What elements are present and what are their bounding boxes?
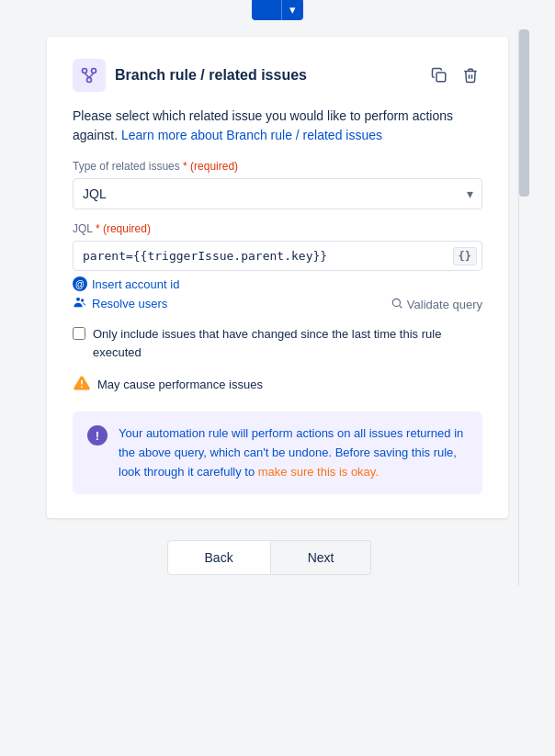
warning-text: May cause performance issues	[97, 378, 263, 391]
top-primary-button[interactable]	[252, 0, 281, 20]
delete-icon	[462, 67, 479, 84]
info-text: Your automation rule will perform action…	[119, 424, 468, 481]
svg-point-7	[81, 299, 84, 301]
checkbox-label[interactable]: Only include issues that have changed si…	[93, 325, 482, 361]
svg-point-2	[87, 78, 92, 83]
footer: Back Next	[39, 525, 500, 586]
copy-button[interactable]	[427, 63, 451, 87]
warning-icon	[73, 374, 91, 395]
delete-button[interactable]	[459, 63, 482, 87]
checkbox-row: Only include issues that have changed si…	[73, 325, 482, 361]
jql-wrapper: {}	[73, 241, 482, 271]
card-actions	[427, 63, 482, 87]
next-button[interactable]: Next	[271, 540, 372, 575]
search-icon	[391, 297, 403, 312]
type-select[interactable]: JQL Sub-tasks Linked issues Epic childre…	[73, 178, 482, 209]
card-header: Branch rule / related issues	[73, 59, 482, 92]
type-label: Type of related issues * (required)	[73, 160, 482, 173]
description: Please select which related issue you wo…	[73, 107, 482, 145]
top-dropdown-button[interactable]: ▾	[281, 0, 303, 20]
braces-button[interactable]: {}	[453, 247, 477, 265]
svg-point-8	[392, 299, 400, 306]
svg-rect-5	[436, 73, 446, 82]
include-changed-checkbox[interactable]	[73, 327, 85, 340]
type-select-wrapper: JQL Sub-tasks Linked issues Epic childre…	[73, 178, 482, 209]
validate-query-button[interactable]: Validate query	[391, 297, 482, 312]
insert-account-id-link[interactable]: @ Insert account id	[73, 276, 179, 291]
warning-row: May cause performance issues	[73, 374, 482, 395]
jql-input[interactable]	[73, 241, 482, 271]
jql-label: JQL * (required)	[73, 222, 482, 235]
svg-line-9	[400, 306, 402, 309]
back-button[interactable]: Back	[167, 540, 271, 575]
action-links: @ Insert account id	[73, 276, 482, 312]
card-title: Branch rule / related issues	[115, 67, 307, 84]
info-box: ! Your automation rule will perform acti…	[73, 412, 482, 494]
account-icon: @	[73, 276, 87, 291]
svg-point-6	[76, 298, 80, 301]
resolve-users-link[interactable]: Resolve users	[73, 295, 179, 312]
svg-line-3	[85, 73, 89, 78]
learn-more-link[interactable]: Learn more about Branch rule / related i…	[121, 128, 382, 142]
branch-rule-icon	[73, 59, 106, 92]
svg-line-4	[89, 73, 94, 78]
svg-point-0	[83, 69, 87, 73]
svg-point-1	[92, 69, 96, 73]
copy-icon	[431, 67, 447, 84]
users-icon	[73, 295, 87, 312]
info-icon: !	[87, 425, 108, 446]
